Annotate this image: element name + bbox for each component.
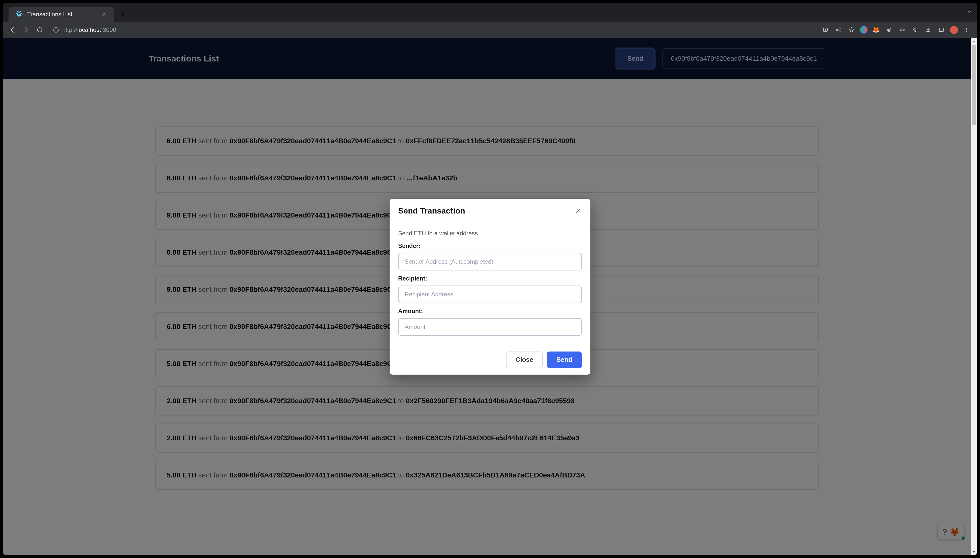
scroll-thumb[interactable]: [972, 45, 976, 125]
site-info-icon[interactable]: [53, 26, 59, 33]
svg-point-3: [18, 14, 20, 15]
svg-point-19: [966, 31, 967, 32]
modal-header: Send Transaction: [390, 199, 590, 223]
share-icon[interactable]: [834, 25, 843, 34]
scrollbar[interactable]: ▲ ▼: [971, 38, 977, 555]
forward-button[interactable]: [21, 25, 31, 34]
browser-tab[interactable]: Transactions List: [8, 7, 114, 21]
svg-point-9: [839, 28, 840, 29]
svg-point-13: [900, 29, 904, 31]
install-app-icon[interactable]: [821, 25, 830, 34]
send-button[interactable]: Send: [547, 351, 582, 368]
menu-dots-icon[interactable]: [962, 25, 971, 34]
browser-toolbar: http://localhost:3000 🦊: [3, 21, 977, 38]
chevron-down-icon[interactable]: [967, 8, 972, 15]
scroll-down-icon[interactable]: ▼: [971, 549, 977, 555]
url-rest: :3000: [101, 26, 116, 33]
star-icon[interactable]: [847, 25, 856, 34]
svg-point-6: [56, 28, 56, 29]
page-viewport: Transactions List Send 0x90f8bf6a479f320…: [3, 38, 977, 555]
extension-icon-1[interactable]: [860, 26, 868, 34]
scroll-up-icon[interactable]: ▲: [971, 38, 977, 44]
tab-title: Transactions List: [27, 11, 96, 18]
metamask-icon[interactable]: 🦊: [871, 25, 881, 34]
close-button[interactable]: Close: [506, 351, 543, 368]
send-transaction-modal: Send Transaction Send ETH to a wallet ad…: [390, 199, 590, 374]
svg-point-12: [888, 29, 890, 31]
svg-point-11: [887, 28, 891, 32]
back-button[interactable]: [8, 25, 17, 34]
sender-input[interactable]: [398, 253, 582, 271]
url-host: localhost: [77, 26, 101, 33]
svg-point-10: [839, 31, 840, 32]
close-icon[interactable]: [101, 11, 107, 17]
amount-input[interactable]: [398, 318, 582, 336]
extension-icon-3[interactable]: [898, 25, 907, 34]
svg-point-8: [837, 30, 838, 31]
extension-icon-2[interactable]: [885, 25, 894, 34]
modal-title: Send Transaction: [398, 206, 465, 215]
recipient-label: Recipient:: [398, 275, 582, 282]
amount-label: Amount:: [398, 308, 582, 315]
profile-avatar[interactable]: [950, 26, 958, 34]
download-icon[interactable]: [924, 25, 933, 34]
reload-button[interactable]: [35, 25, 44, 34]
close-icon[interactable]: [575, 207, 582, 214]
modal-description: Send ETH to a wallet address: [398, 230, 582, 237]
svg-point-17: [966, 28, 967, 29]
modal-body: Send ETH to a wallet address Sender: Rec…: [390, 223, 590, 345]
sidepanel-icon[interactable]: [937, 25, 946, 34]
url-scheme: http://: [62, 26, 77, 33]
modal-footer: Close Send: [390, 345, 590, 374]
sender-label: Sender:: [398, 242, 582, 249]
svg-point-14: [899, 28, 905, 31]
browser-window: Transactions List http://localhost:3000: [3, 3, 977, 555]
url-bar[interactable]: http://localhost:3000: [49, 24, 816, 36]
svg-point-18: [966, 30, 967, 30]
tab-strip: Transactions List: [3, 3, 977, 21]
recipient-input[interactable]: [398, 286, 582, 303]
toolbar-right: 🦊: [821, 25, 972, 34]
new-tab-button[interactable]: [117, 8, 129, 20]
modal-overlay[interactable]: Send Transaction Send ETH to a wallet ad…: [3, 38, 977, 555]
react-favicon-icon: [16, 11, 23, 18]
svg-rect-15: [939, 28, 943, 31]
extensions-puzzle-icon[interactable]: [911, 25, 920, 34]
